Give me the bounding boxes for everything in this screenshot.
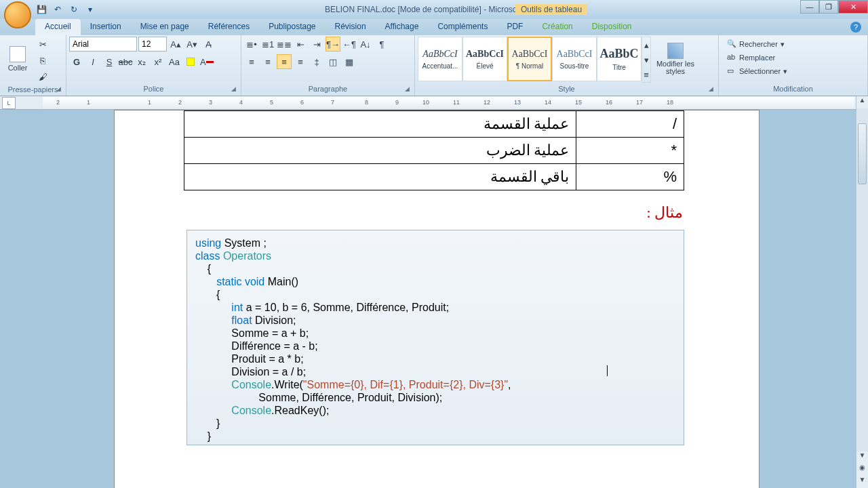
tab-pdf[interactable]: PDF (497, 19, 532, 35)
close-button[interactable]: ✕ (838, 0, 868, 14)
styles-scroll-down-icon[interactable]: ▾ (642, 52, 650, 67)
sort-button[interactable]: A↓ (358, 37, 373, 52)
code-block[interactable]: using System ; class Operators { static … (186, 230, 684, 445)
style-normal[interactable]: AaBbCcI ¶ Normal (507, 37, 552, 81)
tab-creation[interactable]: Création (532, 19, 582, 35)
borders-button[interactable]: ▦ (342, 54, 357, 69)
find-button[interactable]: 🔍Rechercher ▾ (723, 38, 791, 50)
table-row[interactable]: عملية الضرب* (184, 138, 684, 164)
decrease-indent-button[interactable]: ⇤ (293, 37, 308, 52)
underline-button[interactable]: S (102, 54, 117, 69)
group-modification: 🔍Rechercher ▾ abRemplacer ▭Sélectionner … (719, 35, 868, 96)
tab-accueil[interactable]: Accueil (35, 19, 81, 35)
tab-disposition[interactable]: Disposition (583, 19, 642, 35)
document-page[interactable]: عملية القسمة/ عملية الضرب* باقي القسمة% … (114, 110, 760, 488)
tab-selector-button[interactable]: L (2, 97, 16, 109)
select-button[interactable]: ▭Sélectionner ▾ (723, 65, 791, 77)
align-center-button[interactable]: ≡ (260, 54, 275, 69)
style-titre[interactable]: AaBbC Titre (597, 37, 642, 81)
table-tools-label: Outils de tableau (515, 4, 587, 15)
dialog-launcher-icon[interactable]: ◢ (405, 85, 413, 94)
font-size-combo[interactable] (138, 37, 167, 52)
help-icon[interactable]: ? (850, 22, 861, 33)
group-label: Paragraphe (244, 83, 412, 94)
styles-scroll-up-icon[interactable]: ▴ (642, 37, 650, 52)
style-accentuation[interactable]: AaBbCcI Accentuat... (418, 37, 462, 81)
tab-references[interactable]: Références (199, 19, 259, 35)
scroll-down-icon[interactable]: ▼ (856, 451, 868, 464)
shading-button[interactable]: ◫ (326, 54, 340, 69)
horizontal-ruler[interactable]: 2 1 1 2 3 4 5 6 7 8 9 10 11 12 13 14 15 … (43, 97, 854, 109)
font-name-combo[interactable] (69, 37, 137, 52)
highlight-button[interactable] (183, 54, 198, 69)
grow-font-button[interactable]: A▴ (168, 37, 183, 52)
ltr-button[interactable]: ¶→ (326, 37, 340, 52)
paste-button[interactable]: Coller (3, 37, 33, 81)
subscript-button[interactable]: x₂ (134, 54, 149, 69)
undo-icon[interactable]: ↶ (52, 3, 64, 16)
prev-page-icon[interactable]: ◉ (856, 464, 868, 476)
dialog-launcher-icon[interactable]: ◢ (56, 85, 64, 94)
format-painter-button[interactable]: 🖌 (35, 69, 50, 84)
font-color-button[interactable]: A (199, 54, 214, 69)
change-case-button[interactable]: Aa (167, 54, 182, 69)
align-right-button[interactable]: ≡ (277, 54, 292, 69)
replace-button[interactable]: abRemplacer (723, 52, 791, 64)
clear-formatting-button[interactable]: A̶ (201, 37, 216, 52)
redo-icon[interactable]: ↻ (68, 3, 80, 16)
bullets-button[interactable]: ≣• (244, 37, 259, 52)
group-paragraphe: ≣• ≣1 ≣≣ ⇤ ⇥ ¶→ ←¶ A↓ ¶ ≡ ≡ ≡ ≡ ‡ ◫ (241, 35, 415, 96)
group-label: Style (418, 83, 715, 94)
style-sous-titre[interactable]: AaBbCcI Sous-titre (552, 37, 597, 81)
next-page-icon[interactable]: ▼ (856, 476, 868, 488)
show-formatting-button[interactable]: ¶ (374, 37, 389, 52)
styles-expand-icon[interactable]: ≡ (642, 67, 650, 82)
tab-complements[interactable]: Compléments (428, 19, 497, 35)
minimize-button[interactable]: — (800, 0, 819, 14)
text-cursor (607, 365, 608, 376)
example-label[interactable]: مثال : (646, 204, 683, 222)
align-left-button[interactable]: ≡ (244, 54, 259, 69)
dialog-launcher-icon[interactable]: ◢ (709, 85, 717, 94)
shrink-font-button[interactable]: A▾ (184, 37, 199, 52)
rtl-button[interactable]: ←¶ (342, 37, 357, 52)
title-bar: 💾 ↶ ↻ ▾ BELION FINAL.doc [Mode de compat… (0, 0, 868, 19)
tab-mise-en-page[interactable]: Mise en page (131, 19, 199, 35)
bold-button[interactable]: G (69, 54, 84, 69)
find-icon: 🔍 (727, 39, 736, 49)
table-row[interactable]: باقي القسمة% (184, 164, 684, 190)
styles-gallery[interactable]: AaBbCcI Accentuat... AaBbCcI Élevé AaBbC… (418, 37, 651, 83)
tab-publipostage[interactable]: Publipostage (259, 19, 325, 35)
operators-table[interactable]: عملية القسمة/ عملية الضرب* باقي القسمة% (184, 110, 684, 190)
table-row[interactable]: عملية القسمة/ (184, 111, 684, 138)
window-controls: — ❐ ✕ (800, 0, 868, 14)
line-spacing-button[interactable]: ‡ (309, 54, 324, 69)
group-label: Presse-papiers (3, 84, 63, 95)
change-styles-button[interactable]: Modifier les styles (654, 37, 697, 81)
style-eleve[interactable]: AaBbCcI Élevé (462, 37, 507, 81)
italic-button[interactable]: I (85, 54, 100, 69)
restore-button[interactable]: ❐ (819, 0, 838, 14)
ribbon-tabs: Accueil Insertion Mise en page Référence… (0, 19, 868, 35)
group-label: Police (69, 83, 238, 94)
cut-button[interactable]: ✂ (35, 37, 50, 52)
qat-customize-icon[interactable]: ▾ (84, 3, 96, 16)
tab-revision[interactable]: Révision (326, 19, 376, 35)
scroll-up-icon[interactable]: ▲ (856, 96, 868, 108)
numbering-button[interactable]: ≣1 (260, 37, 275, 52)
office-button[interactable] (4, 1, 31, 28)
multilevel-list-button[interactable]: ≣≣ (277, 37, 292, 52)
tab-affichage[interactable]: Affichage (376, 19, 429, 35)
copy-button[interactable]: ⎘ (35, 53, 50, 68)
scrollbar-thumb[interactable] (858, 123, 867, 184)
strikethrough-button[interactable]: abc (118, 54, 133, 69)
superscript-button[interactable]: x² (151, 54, 165, 69)
increase-indent-button[interactable]: ⇥ (309, 37, 324, 52)
tab-insertion[interactable]: Insertion (81, 19, 131, 35)
vertical-scrollbar[interactable]: ▲ ▼ ◉ ▼ (856, 96, 868, 488)
window-title: BELION FINAL.doc [Mode de compatibilité]… (325, 5, 543, 14)
save-icon[interactable]: 💾 (35, 3, 47, 16)
document-area: عملية القسمة/ عملية الضرب* باقي القسمة% … (0, 110, 856, 488)
dialog-launcher-icon[interactable]: ◢ (231, 85, 239, 94)
justify-button[interactable]: ≡ (293, 54, 308, 69)
